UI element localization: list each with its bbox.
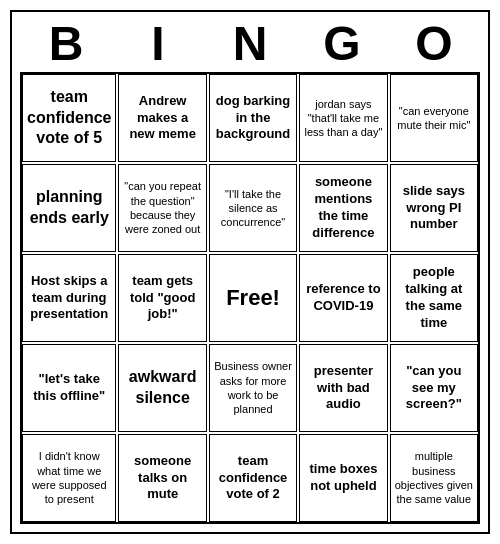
bingo-cell: team gets told "good job!" [118,254,206,342]
bingo-cell: "can everyone mute their mic" [390,74,478,162]
cell-text: jordan says "that'll take me less than a… [304,97,382,140]
cell-text: "can you see my screen?" [395,363,473,414]
bingo-cell: Free! [209,254,297,342]
bingo-cell: jordan says "that'll take me less than a… [299,74,387,162]
bingo-cell: reference to COVID-19 [299,254,387,342]
bingo-cell: team confidence vote of 5 [22,74,116,162]
cell-text: Free! [226,284,280,313]
cell-text: "can you repeat the question" because th… [123,179,201,236]
header-letter: I [114,20,202,68]
bingo-cell: Host skips a team during presentation [22,254,116,342]
cell-text: Host skips a team during presentation [27,273,111,324]
bingo-cell: Andrew makes a new meme [118,74,206,162]
bingo-cell: "let's take this offline" [22,344,116,432]
bingo-header: BINGO [20,20,480,68]
bingo-cell: team confidence vote of 2 [209,434,297,522]
cell-text: multiple business objectives given the s… [395,449,473,506]
cell-text: "let's take this offline" [27,371,111,405]
bingo-card: BINGO team confidence vote of 5Andrew ma… [10,10,490,534]
bingo-cell: someone mentions the time difference [299,164,387,252]
cell-text: team confidence vote of 2 [214,453,292,504]
bingo-cell: planning ends early [22,164,116,252]
bingo-cell: people talking at the same time [390,254,478,342]
bingo-cell: I didn't know what time we were supposed… [22,434,116,522]
cell-text: team gets told "good job!" [123,273,201,324]
bingo-cell: Business owner asks for more work to be … [209,344,297,432]
bingo-cell: "can you repeat the question" because th… [118,164,206,252]
cell-text: someone talks on mute [123,453,201,504]
cell-text: reference to COVID-19 [304,281,382,315]
bingo-cell: time boxes not upheld [299,434,387,522]
cell-text: planning ends early [27,187,111,229]
bingo-cell: dog barking in the background [209,74,297,162]
cell-text: time boxes not upheld [304,461,382,495]
cell-text: slide says wrong PI number [395,183,473,234]
cell-text: "can everyone mute their mic" [395,104,473,133]
bingo-cell: multiple business objectives given the s… [390,434,478,522]
cell-text: presenter with bad audio [304,363,382,414]
bingo-cell: "I'll take the silence as concurrence" [209,164,297,252]
bingo-cell: slide says wrong PI number [390,164,478,252]
bingo-cell: awkward silence [118,344,206,432]
cell-text: "I'll take the silence as concurrence" [214,187,292,230]
cell-text: someone mentions the time difference [304,174,382,242]
bingo-grid: team confidence vote of 5Andrew makes a … [20,72,480,524]
bingo-cell: "can you see my screen?" [390,344,478,432]
cell-text: I didn't know what time we were supposed… [27,449,111,506]
header-letter: B [22,20,110,68]
cell-text: dog barking in the background [214,93,292,144]
cell-text: Andrew makes a new meme [123,93,201,144]
header-letter: O [390,20,478,68]
cell-text: Business owner asks for more work to be … [214,359,292,416]
cell-text: people talking at the same time [395,264,473,332]
bingo-cell: presenter with bad audio [299,344,387,432]
cell-text: team confidence vote of 5 [27,87,111,149]
cell-text: awkward silence [123,367,201,409]
header-letter: G [298,20,386,68]
bingo-cell: someone talks on mute [118,434,206,522]
header-letter: N [206,20,294,68]
